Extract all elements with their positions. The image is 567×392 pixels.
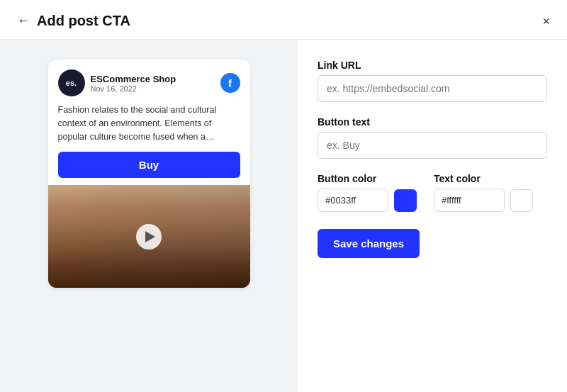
- button-color-swatch[interactable]: [394, 189, 417, 212]
- button-text-group: Button text: [318, 116, 547, 159]
- text-color-swatch[interactable]: [510, 189, 533, 212]
- post-card-inner: es. ESCommerce Shop Nov 16, 2022 f Fashi…: [48, 60, 250, 143]
- button-color-input-row: [318, 189, 417, 212]
- button-text-input[interactable]: [318, 132, 547, 159]
- play-icon: [145, 231, 155, 242]
- button-color-hex-input[interactable]: [318, 189, 388, 212]
- save-changes-button[interactable]: Save changes: [318, 229, 420, 258]
- post-card: es. ESCommerce Shop Nov 16, 2022 f Fashi…: [48, 60, 250, 288]
- header-left: ← Add post CTA: [17, 13, 130, 29]
- avatar: es.: [58, 69, 85, 96]
- modal-header: ← Add post CTA ×: [0, 0, 567, 40]
- button-text-label: Button text: [318, 116, 547, 128]
- post-author: ESCommerce Shop: [91, 74, 176, 84]
- post-text: Fashion relates to the social and cultur…: [58, 103, 240, 143]
- close-button[interactable]: ×: [542, 15, 550, 28]
- text-color-hex-input[interactable]: [434, 189, 505, 212]
- color-row: Button color Text color: [318, 173, 547, 212]
- post-date: Nov 16, 2022: [91, 84, 176, 93]
- post-header-left: es. ESCommerce Shop Nov 16, 2022: [58, 69, 176, 96]
- text-color-input-row: [434, 189, 533, 212]
- text-color-group: Text color: [434, 173, 533, 212]
- post-header: es. ESCommerce Shop Nov 16, 2022 f: [58, 69, 240, 96]
- link-url-group: Link URL: [318, 60, 547, 102]
- settings-panel: Link URL Button text Button color: [298, 40, 567, 392]
- post-image: [48, 185, 250, 288]
- facebook-icon: f: [220, 73, 240, 93]
- modal-body: es. ESCommerce Shop Nov 16, 2022 f Fashi…: [0, 40, 567, 392]
- modal: ← Add post CTA × es. ESCommerce Shop Nov…: [0, 0, 567, 392]
- preview-panel: es. ESCommerce Shop Nov 16, 2022 f Fashi…: [0, 40, 298, 392]
- button-color-group: Button color: [318, 173, 417, 212]
- button-color-label: Button color: [318, 173, 417, 184]
- post-meta: ESCommerce Shop Nov 16, 2022: [91, 74, 176, 93]
- modal-title: Add post CTA: [37, 13, 130, 29]
- link-url-label: Link URL: [318, 60, 547, 71]
- link-url-input[interactable]: [318, 75, 547, 102]
- buy-button[interactable]: Buy: [58, 152, 240, 178]
- text-color-label: Text color: [434, 173, 533, 184]
- play-button[interactable]: [136, 224, 162, 250]
- back-button[interactable]: ←: [17, 13, 30, 28]
- buy-button-row: Buy: [48, 152, 250, 185]
